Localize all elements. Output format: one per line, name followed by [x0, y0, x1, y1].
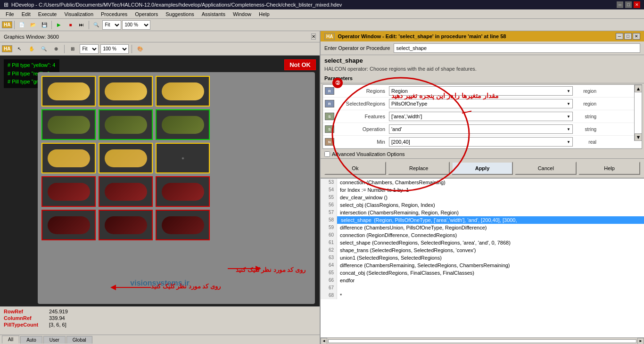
save-button[interactable]: 💾: [39, 20, 50, 30]
op-window-title: Operator Window - Edit: 'select_shape' i…: [338, 33, 506, 39]
operator-window-title-bar: HA Operator Window - Edit: 'select_shape…: [321, 31, 644, 41]
param-name-features: Features: [337, 114, 389, 119]
graphics-tool-4[interactable]: ⊕: [51, 44, 61, 54]
code-line-56: 56 select_obj (ClassRegions, Region, Ind…: [321, 201, 644, 209]
graphics-fit-select[interactable]: Fit: [80, 44, 99, 54]
replace-button[interactable]: Replace: [388, 162, 450, 175]
op-minimize-button[interactable]: ─: [616, 33, 623, 40]
param-row-regions: R Regions Region ▼ region: [323, 85, 642, 98]
params-scroll-up[interactable]: ▲: [635, 85, 642, 92]
param-input-selected[interactable]: PillsOfOneType ▼: [389, 99, 573, 108]
graphics-tool-2[interactable]: ✋: [26, 44, 37, 54]
code-scrollbar[interactable]: ◄ ►: [321, 337, 644, 344]
help-button[interactable]: Help: [578, 162, 640, 175]
status-bar: RowRef 245.919 ColumnRef 339.94 PillType…: [0, 306, 320, 335]
tab-global[interactable]: Global: [66, 336, 92, 344]
advanced-checkbox[interactable]: [324, 151, 330, 157]
tab-auto[interactable]: Auto: [20, 336, 42, 344]
menu-bar: File Edit Execute Visualization Procedur…: [0, 9, 644, 19]
graphics-zoom-select[interactable]: 100 %: [100, 44, 129, 54]
graphics-tool-1[interactable]: ↖: [14, 44, 25, 54]
tab-all[interactable]: All: [2, 336, 19, 344]
toolbar-sep-2: [51, 21, 52, 29]
menu-file[interactable]: File: [2, 10, 18, 18]
graphics-header: Graphics Window: 3600 ✕: [0, 31, 320, 42]
operator-input-row: Enter Operator or Procedure: [321, 41, 644, 55]
code-tabs: All Auto User Global: [0, 335, 320, 344]
menu-assistants[interactable]: Assistants: [198, 10, 229, 18]
param-input-features[interactable]: ['area','width'] ▼: [389, 112, 573, 121]
code-line-55: 55 dev_clear_window (): [321, 194, 644, 201]
graphics-close-button[interactable]: ✕: [311, 33, 316, 40]
pill-type-label: PillTypeCount: [4, 322, 41, 328]
code-line-66: 66 endfor: [321, 277, 644, 284]
col-ref-label: ColumnRef: [4, 315, 41, 321]
code-line-68: 68 *: [321, 292, 644, 299]
right-panel: HA Operator Window - Edit: 'select_shape…: [321, 31, 644, 344]
graphics-tool-3[interactable]: 🔍: [39, 44, 49, 54]
scroll-right-button[interactable]: ►: [637, 338, 644, 344]
open-button[interactable]: 📂: [28, 20, 38, 30]
zoom-in-button[interactable]: 🔍: [91, 20, 101, 30]
param-icon-regions: R: [325, 87, 334, 95]
param-type-features: string: [573, 114, 596, 119]
menu-suggestions[interactable]: Suggestions: [162, 10, 198, 18]
param-row-operation: S Operation 'and' ▼ string: [323, 123, 642, 136]
annotation-click: روی کد مورد نظر کلیک کنید: [236, 266, 305, 273]
param-input-min[interactable]: [200,40] ▼: [389, 137, 573, 147]
menu-execute[interactable]: Execute: [34, 10, 61, 18]
minimize-button[interactable]: ─: [617, 1, 623, 8]
param-input-operation[interactable]: 'and' ▼: [389, 124, 573, 134]
menu-help[interactable]: Help: [255, 10, 273, 18]
params-scroll-down[interactable]: ▼: [635, 133, 642, 141]
code-line-65: 65 concat_obj (SelectedRegions, FinalCla…: [321, 269, 644, 277]
op-maximize-button[interactable]: □: [624, 33, 632, 40]
pill-type-value: [3, 6, 6]: [49, 322, 66, 328]
left-panel: Graphics Window: 3600 ✕ HA ↖ ✋ 🔍 ⊕ ⊞ Fit…: [0, 31, 321, 344]
menu-window[interactable]: Window: [229, 10, 255, 18]
toolbar-sep-1: [14, 21, 15, 29]
g-sep-2: [132, 45, 132, 53]
graphics-content[interactable]: # Pill type "yellow": 4 # Pill type "red…: [0, 56, 320, 306]
param-icon-features: S: [325, 113, 334, 120]
code-editor: 53 connection (Chambers, ChambersRemaini…: [321, 178, 644, 344]
param-icon-selected: R: [325, 100, 334, 107]
zoom-select[interactable]: 100 %: [122, 20, 150, 30]
graphics-fit-button[interactable]: ⊞: [67, 44, 78, 54]
app-icon: ⊞: [4, 1, 8, 8]
apply-button[interactable]: Apply: [452, 162, 513, 175]
stop-button[interactable]: ■: [65, 20, 75, 30]
step-button[interactable]: ⏭: [76, 20, 87, 30]
code-line-58[interactable]: 58 select_shape (Region, PillsOfOneType,…: [321, 216, 644, 224]
tab-user[interactable]: User: [43, 336, 66, 344]
menu-visualization[interactable]: Visualization: [60, 10, 97, 18]
close-button[interactable]: ✕: [634, 1, 640, 8]
new-button[interactable]: 📄: [17, 20, 27, 30]
menu-operators[interactable]: Operators: [131, 10, 162, 18]
fit-select[interactable]: Fit: [102, 20, 121, 30]
param-row-selected-regions: R SelectedRegions PillsOfOneType ▼ regio…: [323, 98, 642, 110]
menu-edit[interactable]: Edit: [18, 10, 34, 18]
op-close-button[interactable]: ✕: [633, 33, 640, 40]
horizontal-scrollbar-track[interactable]: [328, 339, 636, 343]
ha-logo: HA: [2, 21, 12, 28]
graphics-toolbar: HA ↖ ✋ 🔍 ⊕ ⊞ Fit 100 % 🎨: [0, 42, 320, 56]
col-ref-value: 339.94: [49, 315, 65, 321]
maximize-button[interactable]: □: [625, 1, 632, 8]
cancel-button[interactable]: Cancel: [515, 162, 577, 175]
code-content[interactable]: 53 connection (Chambers, ChambersRemaini…: [321, 179, 644, 337]
parameters-label: Parameters: [321, 74, 644, 83]
operator-input-field[interactable]: [394, 43, 640, 53]
code-line-57: 57 intersection (ChambersRemaining, Regi…: [321, 209, 644, 216]
param-icon-operation: S: [325, 125, 334, 133]
run-button[interactable]: ▶: [54, 20, 64, 30]
param-type-min: real: [573, 139, 596, 145]
param-row-features: S Features ['area','width'] ▼ string: [323, 110, 642, 123]
color-button[interactable]: 🎨: [135, 44, 145, 54]
info-line-1: # Pill type "yellow": 4: [8, 61, 56, 70]
ok-button[interactable]: Ok: [324, 162, 386, 175]
scroll-left-button[interactable]: ◄: [321, 338, 327, 344]
code-line-63: 63 union1 (SelectedRegions, SelectedRegi…: [321, 254, 644, 262]
param-input-regions[interactable]: Region ▼: [389, 86, 573, 96]
menu-procedures[interactable]: Procedures: [97, 10, 131, 18]
